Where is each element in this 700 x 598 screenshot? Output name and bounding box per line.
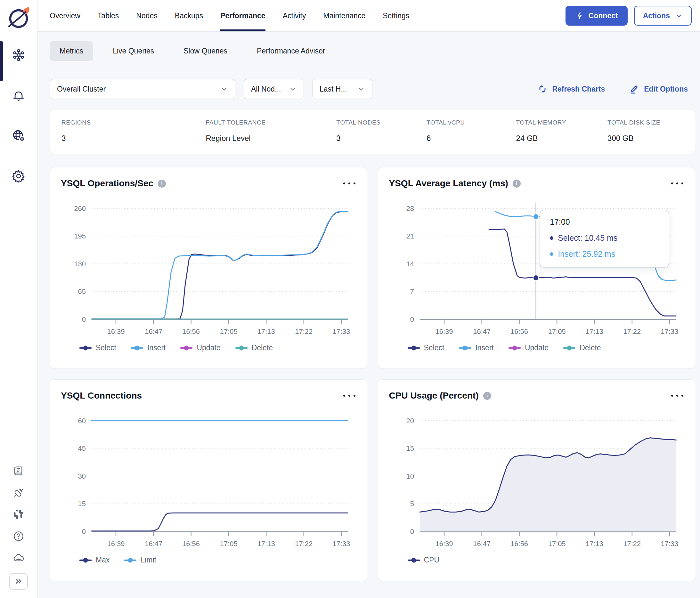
ysql-connections-plot[interactable]: 01530456016:3916:4716:5617:0517:1317:221…	[61, 405, 356, 552]
chart-menu-icon[interactable]	[671, 181, 684, 186]
svg-text:17:05: 17:05	[548, 328, 566, 336]
svg-text:60: 60	[78, 417, 85, 425]
pencil-icon	[629, 84, 640, 94]
svg-text:28: 28	[406, 205, 414, 213]
legend-insert[interactable]: Insert	[459, 343, 494, 352]
tab-nodes[interactable]: Nodes	[136, 0, 157, 31]
cluster-scope-select[interactable]: Overall Cluster	[50, 79, 235, 99]
subtab-slow-queries[interactable]: Slow Queries	[174, 41, 237, 61]
chevron-down-icon	[220, 85, 228, 93]
svg-text:15: 15	[78, 500, 85, 508]
svg-text:5: 5	[410, 500, 414, 508]
sidebar	[0, 0, 38, 598]
svg-text:16:56: 16:56	[182, 328, 200, 336]
top-navigation: Overview Tables Nodes Backups Performanc…	[38, 0, 700, 32]
svg-text:17:05: 17:05	[548, 540, 566, 548]
stat-fault-tolerance: FAULT TOLERANCE Region Level	[206, 119, 336, 143]
collapse-expand-icon[interactable]	[9, 573, 28, 590]
chart-menu-icon[interactable]	[343, 181, 356, 186]
alerts-bell-icon[interactable]	[11, 88, 26, 103]
help-icon[interactable]	[12, 529, 25, 543]
svg-text:10: 10	[406, 472, 414, 480]
docs-book-icon[interactable]	[12, 464, 25, 478]
tab-settings[interactable]: Settings	[383, 0, 409, 31]
metrics-filter-bar: Overall Cluster All Nod... Last H... R	[38, 61, 700, 99]
integrations-plug-icon[interactable]	[12, 486, 25, 499]
legend-select[interactable]: Select	[79, 343, 116, 352]
cpu-usage-plot[interactable]: 0510152016:3916:4716:5617:0517:1317:2217…	[389, 405, 684, 552]
svg-text:17:33: 17:33	[660, 328, 678, 336]
chart-title: YSQL Connections	[61, 391, 142, 401]
svg-text:17:22: 17:22	[623, 328, 641, 336]
chevron-down-icon	[289, 85, 297, 93]
stat-total-nodes: TOTAL NODES 3	[336, 119, 427, 143]
tooltip-time: 17:00	[550, 217, 659, 227]
cloud-status-icon[interactable]	[12, 551, 25, 565]
svg-text:16:47: 16:47	[473, 328, 491, 336]
clusters-icon[interactable]	[11, 47, 26, 63]
legend-select[interactable]: Select	[408, 343, 445, 352]
subtab-live-queries[interactable]: Live Queries	[103, 41, 164, 61]
svg-text:17:22: 17:22	[623, 540, 641, 548]
legend-update[interactable]: Update	[180, 343, 220, 352]
time-range-select[interactable]: Last H...	[312, 79, 372, 99]
tab-activity[interactable]: Activity	[283, 0, 306, 31]
tab-backups[interactable]: Backups	[175, 0, 203, 31]
legend-max[interactable]: Max	[79, 556, 109, 564]
edit-options-button[interactable]: Edit Options	[629, 84, 688, 94]
tab-maintenance[interactable]: Maintenance	[323, 0, 366, 31]
sidebar-bottom-icons	[0, 464, 37, 590]
legend-delete[interactable]: Delete	[563, 343, 601, 352]
chart-menu-icon[interactable]	[671, 393, 684, 398]
legend-update[interactable]: Update	[508, 343, 549, 352]
chart-hover-tooltip: 17:00 Select: 10.45 ms Insert: 25.92 ms	[540, 210, 669, 268]
stat-total-memory: TOTAL MEMORY 24 GB	[516, 119, 607, 143]
info-icon[interactable]: i	[158, 180, 166, 188]
ysql-operations-plot[interactable]: 06513019526016:3916:4716:5617:0517:1317:…	[61, 193, 356, 340]
sidebar-top-icons	[11, 47, 26, 184]
network-globe-icon[interactable]	[11, 128, 26, 144]
performance-subtabs: Metrics Live Queries Slow Queries Perfor…	[38, 32, 700, 61]
tab-overview[interactable]: Overview	[50, 0, 80, 31]
stat-total-vcpu: TOTAL vCPU 6	[427, 119, 516, 143]
svg-text:17:33: 17:33	[332, 328, 350, 336]
yugabyte-logo[interactable]	[6, 4, 31, 33]
refresh-charts-button[interactable]: Refresh Charts	[537, 84, 605, 94]
subtab-metrics[interactable]: Metrics	[50, 41, 93, 61]
slack-icon[interactable]	[12, 508, 25, 521]
settings-gear-icon[interactable]	[11, 168, 26, 184]
legend-insert[interactable]: Insert	[131, 343, 166, 352]
svg-text:16:39: 16:39	[107, 328, 125, 336]
svg-text:20: 20	[406, 417, 414, 425]
select-series-dot	[550, 236, 553, 240]
svg-text:16:39: 16:39	[435, 328, 453, 336]
actions-button[interactable]: Actions	[634, 6, 692, 26]
svg-text:7: 7	[410, 287, 414, 295]
insert-series-dot	[550, 252, 553, 256]
info-icon[interactable]: i	[483, 392, 491, 400]
tab-performance[interactable]: Performance	[220, 0, 266, 31]
svg-text:0: 0	[82, 527, 86, 536]
tooltip-select-line: Select: 10.45 ms	[550, 233, 659, 243]
svg-text:45: 45	[78, 444, 85, 452]
chart-title: YSQL Operations/Sec	[61, 178, 153, 188]
chart-card-cpu-usage: CPU Usage (Percent) i 0510152016:3916:47…	[378, 379, 696, 581]
svg-text:16:39: 16:39	[435, 540, 453, 548]
legend-delete[interactable]: Delete	[235, 343, 273, 352]
topbar-actions: Connect Actions	[566, 0, 692, 31]
chart-menu-icon[interactable]	[343, 393, 356, 398]
chart-title: CPU Usage (Percent)	[389, 391, 479, 401]
nodes-select[interactable]: All Nod...	[244, 79, 304, 99]
tab-tables[interactable]: Tables	[98, 0, 119, 31]
legend-limit[interactable]: Limit	[124, 556, 156, 564]
connect-button[interactable]: Connect	[566, 6, 628, 26]
svg-text:30: 30	[78, 472, 85, 480]
legend-cpu[interactable]: CPU	[408, 556, 440, 564]
svg-text:17:13: 17:13	[257, 328, 275, 336]
svg-text:195: 195	[74, 232, 86, 240]
info-icon[interactable]: i	[513, 180, 521, 188]
svg-text:0: 0	[410, 527, 414, 536]
svg-text:17:13: 17:13	[257, 540, 275, 548]
svg-text:17:05: 17:05	[220, 540, 238, 548]
subtab-performance-advisor[interactable]: Performance Advisor	[247, 41, 335, 61]
